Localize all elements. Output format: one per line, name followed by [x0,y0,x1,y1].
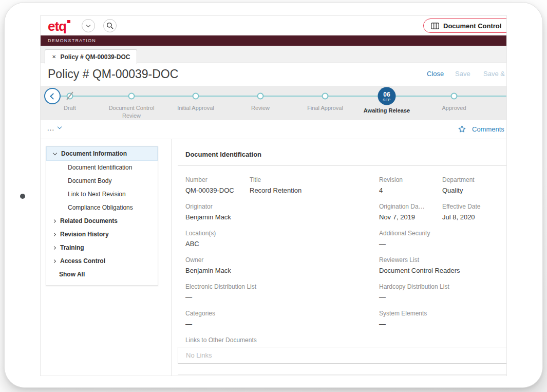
close-button[interactable]: Close [427,70,444,78]
sidebar-item-access-control[interactable]: Access Control [46,254,158,268]
links-to-other-documents-label: Links to Other Documents [185,337,506,344]
chevron-right-icon [52,246,56,249]
field-number: Number QM-00039-DOC [185,176,250,194]
field-categories: Categories — [185,310,379,328]
field-origination-date: Origination Da… Nov 7, 2019 [379,203,442,221]
field-originator: Originator Benjamin Mack [185,203,379,221]
stage-label: Draft [41,104,101,112]
tab-policy-document[interactable]: ✕ Policy # QM-00039-DOC [45,49,137,64]
main-area: Document Information Document Identifica… [41,139,506,376]
workflow-stepper: Draft Document Control Review Initial Ap… [41,86,506,120]
stage-label: Approved [423,104,485,112]
document-toolbar: … Comments [41,120,506,139]
title-bar: Policy # QM-00039-DOC Close Save Save & [41,63,506,86]
stage-node [193,93,199,100]
links-empty-list: No Links [178,347,506,364]
chevron-right-icon [52,259,56,263]
sidebar-item-document-identification[interactable]: Document Identification [46,161,158,174]
tree-section-label: Related Documents [60,217,118,225]
page-title: Policy # QM-00039-DOC [48,67,178,81]
sidebar-item-document-body[interactable]: Document Body [46,174,158,188]
tree-section-label: Revision History [60,231,109,238]
tablet-camera [20,194,25,199]
stage-node [257,93,264,100]
next-section-divider [178,375,506,375]
chevron-right-icon [52,219,56,222]
ellipsis-icon: … [47,123,54,132]
field-owner: Owner Benjamin Mack [185,256,379,274]
field-additional-security: Additional Security — [379,230,506,248]
tab-label: Policy # QM-00039-DOC [60,53,130,61]
field-hardcopy-distribution-list: Hardcopy Distribution List — [379,283,506,301]
environment-banner: DEMONSTRATION [41,35,506,46]
nav-dropdown-button[interactable] [82,19,95,32]
sidebar-item-link-to-next-revision[interactable]: Link to Next Revision [46,188,158,201]
module-grid-icon [431,23,439,29]
field-grid: Number QM-00039-DOC Title Record Retenti… [178,166,506,344]
sidebar-item-document-information[interactable]: Document Information [46,146,158,161]
save-button[interactable]: Save [455,70,470,78]
stage-node [451,93,458,100]
field-title: Title Record Retention [250,176,379,194]
tree-section-label: Training [60,244,84,251]
workflow-back-button[interactable] [44,88,61,104]
field-reviewers-list: Reviewers List Document Control Readers [379,256,506,274]
section-title: Document Identification [178,146,506,166]
field-department: Department Quality [442,176,506,194]
field-system-elements: System Elements — [379,310,506,328]
more-actions-button[interactable]: … [47,123,61,132]
document-section-tree: Document Information Document Identifica… [46,146,158,286]
current-stage-date-badge: 06 SEP [378,87,396,105]
field-electronic-distribution-list: Electronic Distribution List — [185,283,379,301]
chevron-left-icon [50,93,56,100]
stage-label: Awaiting Release [356,107,418,115]
tree-section-label: Document Information [61,150,127,157]
chevron-right-icon [52,232,56,236]
app-screen: etq [41,16,506,376]
sidebar-item-revision-history[interactable]: Revision History [46,228,158,241]
module-selector-button[interactable]: Document Control [423,18,506,33]
document-identification-panel: Document Identification Number QM-00039-… [178,146,506,375]
stage-label: Review [230,104,291,112]
save-and-button[interactable]: Save & [483,70,505,78]
sidebar-item-training[interactable]: Training [46,241,158,254]
stage-label: Initial Approval [165,104,227,112]
field-locations: Location(s) ABC [185,230,379,248]
sidebar-item-show-all[interactable]: Show All [46,268,158,281]
search-button[interactable] [103,19,117,32]
sidebar-item-compliance-obligations[interactable]: Compliance Obligations [46,201,158,214]
search-icon [106,22,114,29]
stage-node [322,93,329,100]
close-icon[interactable]: ✕ [52,54,56,60]
favorite-star-button[interactable] [458,125,466,134]
etq-logo: etq [48,18,66,34]
etq-application: etq [41,16,506,376]
etq-logo-mark [67,20,70,23]
star-icon [458,125,466,134]
stage-label: Document Control Review [101,104,162,120]
stage-node [128,93,135,100]
tablet-frame: etq [4,2,543,388]
field-revision: Revision 4 [379,176,442,194]
chevron-down-icon [58,125,62,129]
tree-section-label: Access Control [60,257,105,265]
top-bar: etq [41,16,506,35]
chevron-down-icon [86,23,90,27]
stage-date-month: SEP [383,98,391,101]
chevron-down-icon [53,151,57,155]
field-effective-date: Effective Date Jul 8, 2020 [442,203,506,221]
etq-logo-text: etq [48,18,66,34]
module-selector-label: Document Control [443,22,501,30]
stage-label: Final Approval [294,104,356,112]
workflow-line [51,96,506,97]
stage-date-day: 06 [383,91,390,97]
comments-link[interactable]: Comments [472,125,504,133]
sidebar-item-related-documents[interactable]: Related Documents [46,214,158,228]
sidebar-content-divider [171,139,172,376]
